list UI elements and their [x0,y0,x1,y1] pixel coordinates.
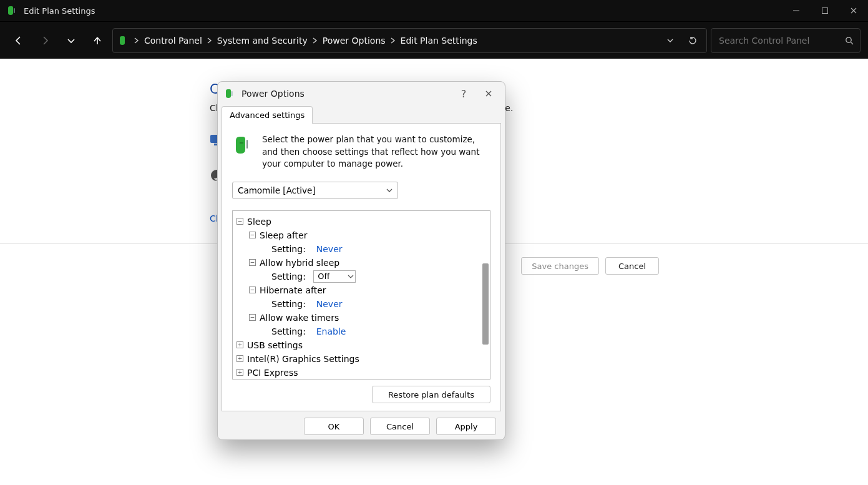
tree-node-sleep[interactable]: −Sleep [237,215,487,228]
search-box[interactable] [711,28,861,53]
setting-value[interactable]: Never [316,244,343,254]
search-icon [845,36,854,45]
nav-up-button[interactable] [86,29,109,52]
search-input[interactable] [718,35,845,46]
power-plan-selected: Camomile [Active] [238,185,316,195]
tree-node-wake-timers[interactable]: −Allow wake timers [237,311,487,325]
svg-rect-0 [14,8,15,13]
expand-icon[interactable]: + [237,355,243,362]
window-titlebar: Edit Plan Settings [0,0,868,21]
chevron-right-icon [134,37,139,44]
breadcrumb-item[interactable]: Control Panel [143,33,203,48]
nav-back-button[interactable] [7,29,30,52]
svg-point-3 [846,37,851,42]
setting-hybrid-sleep[interactable]: Setting: Off [237,270,487,283]
dialog-cancel-button[interactable]: Cancel [370,418,430,435]
tree-node-pci[interactable]: +PCI Express [237,366,487,379]
hybrid-sleep-select[interactable]: Off [313,270,356,283]
collapse-icon[interactable]: − [249,259,256,266]
dialog-title: Power Options [241,89,305,99]
tree-node-graphics[interactable]: +Intel(R) Graphics Settings [237,352,487,366]
maximize-button[interactable] [811,0,839,21]
page-body: Change settings for the plan: Camomile C… [0,59,868,485]
power-options-dialog: Power Options ? Advanced settings Select… [217,81,505,440]
power-plan-select[interactable]: Camomile [Active] [232,182,398,199]
breadcrumb-item[interactable]: System and Security [216,33,309,48]
close-button[interactable] [839,0,868,21]
address-dropdown-button[interactable] [661,32,679,49]
page-cancel-button[interactable]: Cancel [605,257,659,275]
nav-recent-button[interactable] [60,29,82,52]
collapse-icon[interactable]: − [249,232,256,238]
chevron-right-icon [391,37,396,44]
refresh-button[interactable] [684,32,701,49]
chevron-down-icon [386,187,393,194]
hybrid-sleep-value: Off [318,272,329,281]
dialog-help-button[interactable]: ? [454,85,474,102]
dialog-tab-body: Select the power plan that you want to c… [222,123,501,411]
tree-node-hybrid-sleep[interactable]: −Allow hybrid sleep [237,256,487,270]
dialog-ok-button[interactable]: OK [304,418,364,435]
settings-tree[interactable]: −Sleep −Sleep after Setting: Never −Allo… [232,210,490,380]
expand-icon[interactable]: + [237,341,243,348]
collapse-icon[interactable]: − [237,218,243,225]
dialog-icon [224,87,237,100]
minimize-button[interactable] [782,0,811,21]
svg-rect-7 [232,91,233,96]
setting-value[interactable]: Enable [316,326,346,336]
app-icon [6,4,19,17]
chevron-right-icon [207,37,212,44]
svg-rect-8 [246,140,248,149]
setting-sleep-after[interactable]: Setting: Never [237,242,487,256]
dialog-intro-text: Select the power plan that you want to c… [262,134,490,170]
dialog-titlebar[interactable]: Power Options ? [218,82,505,105]
tab-advanced-settings[interactable]: Advanced settings [222,106,313,124]
svg-rect-2 [822,8,828,14]
collapse-icon[interactable]: − [249,314,256,321]
tree-node-sleep-after[interactable]: −Sleep after [237,228,487,242]
tree-node-hibernate-after[interactable]: −Hibernate after [237,283,487,297]
breadcrumb-item[interactable]: Power Options [321,33,387,48]
expand-icon[interactable]: + [237,369,243,376]
setting-value[interactable]: Never [316,299,343,309]
dialog-apply-button[interactable]: Apply [436,418,496,435]
setting-wake-timers[interactable]: Setting: Enable [237,325,487,338]
save-changes-button[interactable]: Save changes [521,257,599,275]
nav-forward-button[interactable] [34,29,56,52]
restore-defaults-button[interactable]: Restore plan defaults [372,386,490,403]
breadcrumb-icon [118,34,130,47]
tree-scrollbar-thumb[interactable] [482,263,489,345]
collapse-icon[interactable]: − [249,287,256,293]
breadcrumb-bar[interactable]: Control Panel System and Security Power … [112,28,707,53]
chevron-right-icon [313,37,318,44]
window-title: Edit Plan Settings [24,6,95,16]
svg-rect-1 [793,11,799,11]
setting-hibernate-after[interactable]: Setting: Never [237,297,487,311]
chevron-down-icon [348,273,354,280]
dialog-close-button[interactable] [479,85,499,102]
power-plan-icon [232,134,255,156]
breadcrumb-item[interactable]: Edit Plan Settings [399,33,479,48]
tree-node-usb[interactable]: +USB settings [237,338,487,352]
navigation-bar: Control Panel System and Security Power … [0,21,868,59]
